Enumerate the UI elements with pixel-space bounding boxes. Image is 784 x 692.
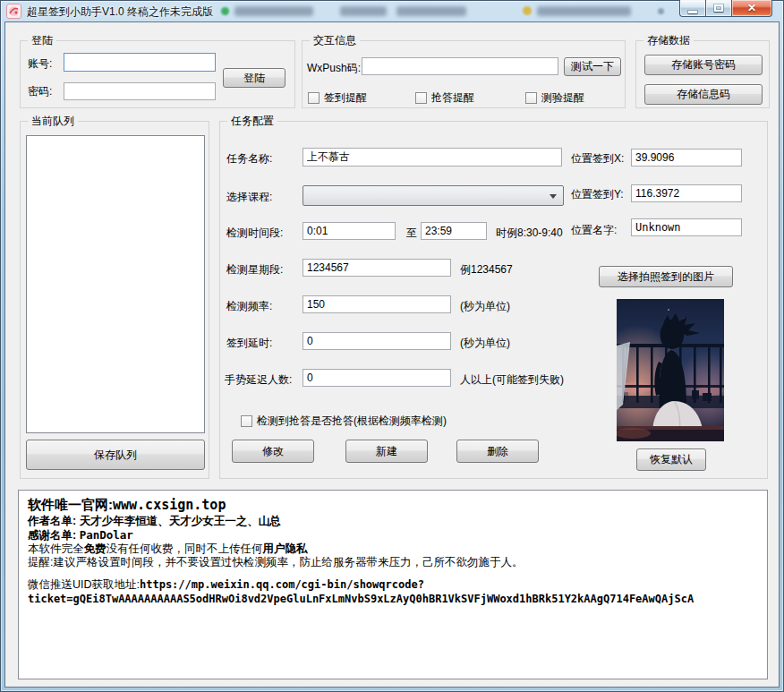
background-tab-favicon (221, 7, 229, 15)
checkbox-icon (415, 92, 427, 104)
storage-group-title: 存储数据 (643, 34, 694, 47)
app-icon (6, 4, 21, 19)
qrcode-url: https://mp.weixin.qq.com/cgi-bin/showqrc… (140, 578, 424, 591)
minimize-icon (688, 11, 697, 13)
checkbox-quiz-reminder[interactable]: 测验提醒 (525, 90, 584, 106)
location-x-label: 位置签到X: (571, 152, 624, 165)
authors-line: 作者名单: 天才少年李恒道、天才少女王一之、山总 (28, 515, 758, 528)
app-window: 超星签到小助手V1.0 终稿之作未完成版 ✕ 登陆 账号: 密码: 登陆 交互信 (0, 0, 784, 692)
wxpush-input[interactable] (362, 57, 558, 75)
interaction-group-title: 交互信息 (310, 34, 360, 47)
background-tab-blur (340, 6, 387, 16)
delete-button[interactable]: 删除 (456, 440, 539, 463)
background-tab-blur (396, 6, 466, 16)
dropdown-arrow-icon (550, 194, 557, 199)
delay-hint: (秒为单位) (460, 337, 510, 349)
reminder-line: 提醒:建议严格设置时间段，并不要设置过快检测频率，防止给服务器带来压力，己所不欲… (28, 556, 758, 569)
frequency-hint: (秒为单位) (460, 300, 510, 312)
save-info-code-button[interactable]: 存储信息码 (644, 84, 763, 105)
free-notice-line: 本软件完全免费没有任何收费，同时不上传任何用户隐私 (28, 542, 758, 556)
checkbox-auto-answer[interactable]: 检测到抢答是否抢答(根据检测频率检测) (241, 414, 447, 429)
login-group-title: 登陆 (28, 34, 56, 47)
frequency-input[interactable] (303, 295, 451, 313)
time-to-input[interactable] (421, 222, 487, 240)
save-account-button[interactable]: 存储账号密码 (644, 55, 763, 75)
background-tab-favicon (523, 6, 532, 15)
close-icon: ✕ (747, 1, 756, 16)
queue-listbox[interactable] (26, 135, 205, 433)
course-dropdown[interactable] (303, 185, 564, 206)
time-from-input[interactable] (303, 222, 396, 240)
checkbox-label: 测验提醒 (541, 90, 584, 106)
time-hint: 时例8:30-9:40 (496, 226, 563, 239)
login-button[interactable]: 登陆 (223, 68, 285, 88)
window-controls: ✕ (679, 0, 772, 17)
restore-default-button[interactable]: 恢复默认 (636, 449, 706, 471)
task-name-input[interactable] (303, 148, 562, 167)
account-input[interactable] (64, 53, 216, 72)
modify-button[interactable]: 修改 (232, 440, 314, 463)
storage-group: 存储数据 存储账号密码 存储信息码 (635, 40, 770, 108)
info-textbox[interactable]: 软件唯一官网:www.cxsign.top 作者名单: 天才少年李恒道、天才少女… (18, 490, 768, 679)
queue-group-title: 当前队列 (28, 115, 78, 127)
background-tab-blur (234, 6, 313, 16)
close-button[interactable]: ✕ (731, 0, 772, 17)
checkbox-icon (525, 92, 537, 104)
time-range-label: 检测时间段: (226, 226, 283, 239)
location-name-input[interactable] (631, 218, 742, 236)
maximize-icon (714, 4, 723, 12)
background-tab-close-blur (658, 8, 664, 14)
checkbox-label: 抢答提醒 (431, 90, 474, 106)
location-x-input[interactable] (631, 149, 742, 167)
titlebar[interactable]: 超星签到小助手V1.0 终稿之作未完成版 ✕ (0, 0, 784, 22)
gesture-input[interactable] (303, 369, 451, 387)
official-site-url: www.cxsign.top (113, 497, 226, 513)
minimize-button[interactable] (679, 0, 706, 17)
course-label: 选择课程: (226, 191, 272, 203)
delay-label: 签到延时: (226, 337, 272, 349)
checkbox-label: 检测到抢答是否抢答(根据检测频率检测) (257, 414, 447, 429)
account-label: 账号: (28, 57, 52, 70)
delay-input[interactable] (303, 332, 451, 350)
login-group: 登陆 账号: 密码: 登陆 (20, 40, 295, 108)
background-tab-blur (537, 6, 631, 16)
location-y-label: 位置签到Y: (571, 188, 624, 201)
spacer-line (28, 569, 758, 577)
checkbox-label: 签到提醒 (324, 90, 367, 106)
week-hint: 例1234567 (460, 263, 513, 276)
wxpush-test-button[interactable]: 测试一下 (564, 57, 621, 76)
checkbox-answer-reminder[interactable]: 抢答提醒 (415, 90, 474, 106)
new-button[interactable]: 新建 (345, 440, 428, 463)
task-group: 任务配置 任务名称: 位置签到X: 选择课程: 位置签到Y: 检测时间段: 至 … (219, 121, 768, 479)
week-input[interactable] (303, 259, 451, 277)
checkbox-signin-reminder[interactable]: 签到提醒 (308, 90, 367, 106)
wxpush-uid-line: 微信推送UID获取地址:https://mp.weixin.qq.com/cgi… (28, 577, 758, 592)
location-name-label: 位置名字: (571, 224, 617, 236)
ticket-line: ticket=gQEi8TwAAAAAAAAAAS5odHRwOi8vd2Vpe… (28, 592, 758, 606)
week-label: 检测星期段: (226, 263, 283, 276)
time-to-word: 至 (406, 226, 417, 239)
wxpush-label: WxPush码: (307, 62, 361, 74)
task-name-label: 任务名称: (226, 152, 272, 165)
save-queue-button[interactable]: 保存队列 (26, 440, 205, 470)
client-area: 登陆 账号: 密码: 登陆 交互信息 WxPush码: 测试一下 签到提醒 抢答… (5, 22, 779, 687)
gesture-hint: 人以上(可能签到失败) (460, 373, 564, 386)
signin-photo-preview (617, 299, 724, 441)
frequency-label: 检测频率: (226, 300, 272, 312)
password-input[interactable] (64, 82, 216, 100)
thanks-line: 感谢名单: PanDolar (28, 528, 758, 542)
checkbox-icon (308, 92, 320, 104)
checkbox-icon (241, 415, 252, 427)
interaction-group: 交互信息 WxPush码: 测试一下 签到提醒 抢答提醒 测验提醒 (302, 40, 626, 108)
gesture-label: 手势延迟人数: (225, 373, 292, 386)
queue-group: 当前队列 保存队列 (20, 121, 209, 479)
window-title: 超星签到小助手V1.0 终稿之作未完成版 (27, 4, 213, 20)
maximize-button[interactable] (706, 0, 731, 17)
password-label: 密码: (28, 85, 52, 98)
official-site-line: 软件唯一官网:www.cxsign.top (28, 496, 758, 514)
task-group-title: 任务配置 (227, 115, 277, 127)
choose-photo-button[interactable]: 选择拍照签到的图片 (599, 266, 733, 287)
location-y-input[interactable] (631, 184, 742, 202)
